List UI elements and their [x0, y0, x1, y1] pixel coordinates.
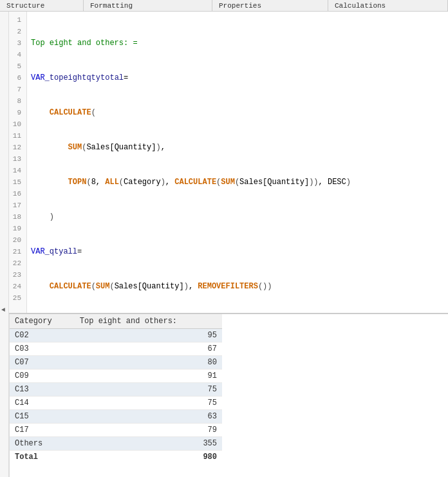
arrow-indicator: ◄	[1, 306, 5, 313]
table-footer-row: Total 980	[10, 451, 222, 464]
table-row: C0295	[10, 329, 222, 342]
header-tabs: Structure Formatting Properties Calculat…	[0, 0, 448, 12]
code-line-8: CALCULATE ( SUM ( Sales[Quantity] ), REM…	[27, 281, 448, 292]
cell-value: 63	[75, 410, 222, 424]
table-header-row: Category Top eight and others:	[10, 314, 222, 329]
cell-value: 95	[75, 329, 222, 342]
code-line-7: VAR _qtyall =	[27, 246, 448, 257]
table-row: C1375	[10, 383, 222, 397]
code-line-6: )	[27, 211, 448, 223]
line-numbers: 1 2 3 4 5 6 7 8 9 10 11 12 13 14 15 16 1	[9, 12, 27, 313]
col-header-value: Top eight and others:	[75, 314, 222, 329]
code-line-3: CALCULATE (	[27, 107, 448, 118]
footer-value: 980	[75, 451, 222, 464]
code-lines[interactable]: Top eight and others: = VAR _topeightqty…	[27, 12, 448, 313]
cell-value: 355	[75, 437, 222, 451]
cell-category: C13	[10, 383, 75, 397]
cell-category: C17	[10, 424, 75, 437]
table-row: C0367	[10, 342, 222, 356]
footer-label: Total	[10, 451, 75, 464]
code-editor[interactable]: 1 2 3 4 5 6 7 8 9 10 11 12 13 14 15 16 1	[9, 12, 448, 314]
col-header-category: Category	[10, 314, 75, 329]
table-row: C1563	[10, 410, 222, 424]
tab-calculations[interactable]: Calculations	[328, 0, 448, 11]
left-gutter: ◄	[0, 12, 9, 477]
cell-value: 67	[75, 342, 222, 356]
code-line-5: TOPN ( 8, ALL ( Category ), CALCULATE ( …	[27, 176, 448, 188]
cell-value: 75	[75, 383, 222, 397]
table-row: C1475	[10, 397, 222, 410]
cell-value: 79	[75, 424, 222, 437]
cell-category: C02	[10, 329, 75, 342]
cell-value: 75	[75, 397, 222, 410]
tab-formatting[interactable]: Formatting	[84, 0, 212, 11]
code-line-2: VAR _topeightqtytotal =	[27, 72, 448, 84]
app-container: Structure Formatting Properties Calculat…	[0, 0, 448, 477]
cell-category: C07	[10, 356, 75, 369]
main-layout: ◄ 1 2 3 4 5 6 7 8 9 10 11 12 13	[0, 12, 448, 477]
cell-category: Others	[10, 437, 75, 451]
cell-category: C09	[10, 369, 75, 383]
table-row: C0780	[10, 356, 222, 369]
table-row: C0991	[10, 369, 222, 383]
cell-category: C15	[10, 410, 75, 424]
cell-category: C03	[10, 342, 75, 356]
right-panel: 1 2 3 4 5 6 7 8 9 10 11 12 13 14 15 16 1	[9, 12, 448, 477]
data-table-container: Category Top eight and others: C0295C036…	[9, 314, 448, 477]
tab-properties[interactable]: Properties	[212, 0, 328, 11]
cell-category: C14	[10, 397, 75, 410]
cell-value: 80	[75, 356, 222, 369]
table-row: C1779	[10, 424, 222, 437]
code-line-4: SUM ( Sales[Quantity] ),	[27, 142, 448, 153]
tab-structure[interactable]: Structure	[0, 0, 84, 11]
table-row: Others355	[10, 437, 222, 451]
cell-value: 91	[75, 369, 222, 383]
code-line-1: Top eight and others: =	[27, 37, 448, 49]
results-table: Category Top eight and others: C0295C036…	[10, 314, 222, 463]
